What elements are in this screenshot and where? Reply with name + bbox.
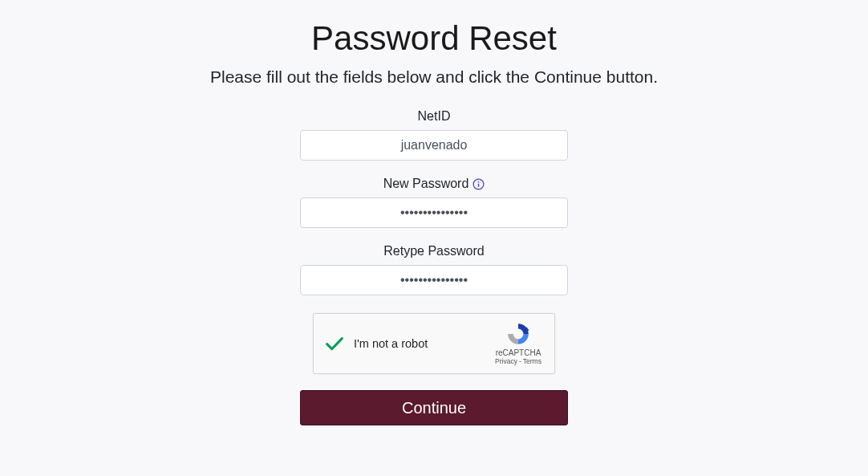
password-reset-form: NetID New Password Retype Password I'm n… bbox=[300, 109, 568, 425]
netid-label: NetID bbox=[418, 109, 451, 124]
captcha-label: I'm not a robot bbox=[354, 337, 428, 350]
retype-password-field-group: Retype Password bbox=[300, 244, 568, 295]
checkmark-icon bbox=[323, 332, 346, 355]
recaptcha-logo-icon bbox=[505, 321, 531, 347]
captcha-terms-link[interactable]: Terms bbox=[523, 357, 541, 365]
captcha-legal-links: Privacy-Terms bbox=[495, 357, 541, 365]
netid-input[interactable] bbox=[300, 130, 568, 161]
new-password-field-group: New Password bbox=[300, 177, 568, 228]
netid-field-group: NetID bbox=[300, 109, 568, 161]
continue-button[interactable]: Continue bbox=[300, 390, 568, 425]
page-title: Password Reset bbox=[311, 19, 557, 58]
captcha-privacy-link[interactable]: Privacy bbox=[495, 357, 517, 365]
retype-password-label: Retype Password bbox=[383, 244, 484, 258]
recaptcha-widget[interactable]: I'm not a robot reCAPTCHA Privacy-Terms bbox=[313, 313, 555, 374]
info-icon[interactable] bbox=[472, 177, 485, 190]
instructions-text: Please fill out the fields below and cli… bbox=[210, 67, 658, 87]
captcha-brand: reCAPTCHA Privacy-Terms bbox=[492, 320, 545, 367]
svg-point-1 bbox=[478, 181, 480, 182]
new-password-input[interactable] bbox=[300, 197, 568, 228]
captcha-brand-name: reCAPTCHA bbox=[496, 348, 541, 357]
new-password-label: New Password bbox=[383, 177, 485, 191]
new-password-label-text: New Password bbox=[383, 177, 469, 191]
retype-password-input[interactable] bbox=[300, 265, 568, 295]
